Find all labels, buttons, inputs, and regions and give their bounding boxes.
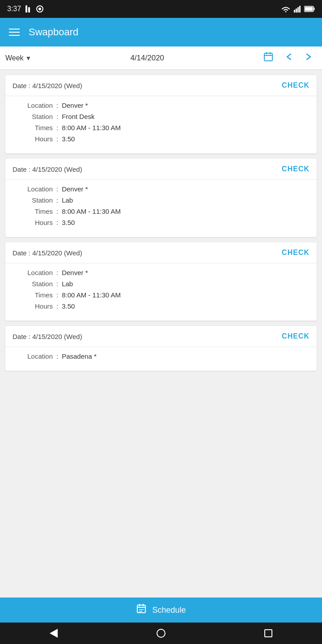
check-button-2[interactable]: CHECK	[282, 165, 309, 173]
location-row-4: Location : Pasadena *	[13, 352, 309, 360]
card-date-2: Date : 4/15/2020 (Wed)	[13, 165, 82, 173]
app-title: Swapboard	[29, 26, 315, 38]
station-row-3: Station : Lab	[13, 280, 309, 288]
next-arrow-icon[interactable]	[301, 51, 317, 66]
bottom-nav-bar[interactable]: Schedule	[0, 597, 322, 623]
location-value-4: Pasadena *	[62, 352, 97, 360]
location-label-1: Location	[13, 102, 53, 109]
station-row-2: Station : Lab	[13, 196, 309, 204]
hours-row-3: Hours : 3.50	[13, 302, 309, 310]
location-row-1: Location : Denver *	[13, 102, 309, 109]
calendar-icon[interactable]	[263, 51, 274, 65]
svg-rect-6	[297, 7, 299, 13]
card-body-3: Location : Denver * Station : Lab Times …	[5, 263, 317, 321]
status-bar: 3:37	[0, 0, 322, 18]
hamburger-line-1	[9, 29, 20, 30]
hours-value-3: 3.50	[62, 302, 75, 310]
times-label-1: Times	[13, 124, 53, 131]
location-value-2: Denver *	[62, 185, 88, 193]
svg-rect-9	[314, 8, 315, 10]
hamburger-line-3	[9, 35, 20, 36]
home-button[interactable]	[148, 624, 174, 642]
hours-value-2: 3.50	[62, 219, 75, 226]
nav-bar: Week ▼ 4/14/2020	[0, 47, 322, 70]
week-label: Week	[5, 54, 24, 62]
svg-rect-7	[299, 6, 301, 13]
recent-icon	[264, 629, 272, 637]
times-value-1: 8:00 AM - 11:30 AM	[62, 124, 121, 131]
svg-rect-11	[264, 53, 272, 61]
signal-bars-icon	[293, 5, 301, 13]
check-button-1[interactable]: CHECK	[282, 81, 309, 89]
times-value-3: 8:00 AM - 11:30 AM	[62, 291, 121, 299]
card-header-2: Date : 4/15/2020 (Wed) CHECK	[5, 159, 317, 180]
circle-icon	[36, 5, 43, 13]
card-date-1: Date : 4/15/2020 (Wed)	[13, 82, 82, 89]
times-value-2: 8:00 AM - 11:30 AM	[62, 208, 121, 215]
shift-card-1: Date : 4/15/2020 (Wed) CHECK Location : …	[5, 75, 317, 153]
content-area: Date : 4/15/2020 (Wed) CHECK Location : …	[0, 70, 322, 644]
station-row-1: Station : Front Desk	[13, 113, 309, 120]
check-button-4[interactable]: CHECK	[282, 332, 309, 340]
sim-icon	[25, 5, 33, 13]
times-sep-2: :	[56, 208, 58, 215]
svg-rect-10	[305, 7, 313, 11]
times-label-3: Times	[13, 291, 53, 299]
week-selector[interactable]: Week ▼	[5, 54, 31, 62]
station-value-3: Lab	[62, 280, 73, 288]
date-display: 4/14/2020	[35, 54, 259, 63]
hours-label-1: Hours	[13, 135, 53, 143]
location-sep-1: :	[56, 102, 58, 109]
location-label-4: Location	[13, 352, 53, 360]
hours-sep-1: :	[56, 135, 58, 143]
times-sep-3: :	[56, 291, 58, 299]
svg-rect-1	[28, 7, 30, 13]
times-row-1: Times : 8:00 AM - 11:30 AM	[13, 124, 309, 131]
station-sep-3: :	[56, 280, 58, 288]
hours-label-2: Hours	[13, 219, 53, 226]
card-header-3: Date : 4/15/2020 (Wed) CHECK	[5, 242, 317, 263]
station-sep-1: :	[56, 113, 58, 120]
recent-button[interactable]	[255, 624, 282, 642]
time-display: 3:37	[7, 5, 21, 13]
battery-icon	[304, 6, 315, 12]
status-bar-time-area: 3:37	[7, 5, 43, 13]
back-button[interactable]	[40, 624, 67, 642]
hours-row-2: Hours : 3.50	[13, 219, 309, 226]
prev-arrow-icon[interactable]	[281, 51, 297, 66]
location-sep-2: :	[56, 185, 58, 193]
hours-row-1: Hours : 3.50	[13, 135, 309, 143]
card-body-4: Location : Pasadena *	[5, 347, 317, 371]
times-row-3: Times : 8:00 AM - 11:30 AM	[13, 291, 309, 299]
hours-value-1: 3.50	[62, 135, 75, 143]
location-row-3: Location : Denver *	[13, 269, 309, 276]
hours-label-3: Hours	[13, 302, 53, 310]
wifi-icon	[281, 5, 291, 13]
status-bar-icons	[281, 5, 315, 13]
hours-sep-3: :	[56, 302, 58, 310]
home-icon	[157, 629, 165, 638]
times-row-2: Times : 8:00 AM - 11:30 AM	[13, 208, 309, 215]
app-header: Swapboard	[0, 18, 322, 47]
android-nav-bar	[0, 623, 322, 644]
location-sep-3: :	[56, 269, 58, 276]
shift-card-2: Date : 4/15/2020 (Wed) CHECK Location : …	[5, 159, 317, 237]
times-sep-1: :	[56, 124, 58, 131]
location-label-3: Location	[13, 269, 53, 276]
location-sep-4: :	[56, 352, 58, 360]
check-button-3[interactable]: CHECK	[282, 249, 309, 257]
station-sep-2: :	[56, 196, 58, 204]
hamburger-line-2	[9, 32, 20, 33]
shift-card-3: Date : 4/15/2020 (Wed) CHECK Location : …	[5, 242, 317, 321]
station-value-1: Front Desk	[62, 113, 94, 120]
station-label-1: Station	[13, 113, 53, 120]
station-label-2: Station	[13, 196, 53, 204]
menu-button[interactable]	[7, 27, 21, 38]
back-icon	[50, 629, 58, 638]
card-body-2: Location : Denver * Station : Lab Times …	[5, 180, 317, 237]
station-label-3: Station	[13, 280, 53, 288]
shift-card-4: Date : 4/15/2020 (Wed) CHECK Location : …	[5, 326, 317, 371]
svg-rect-0	[25, 5, 27, 13]
svg-rect-4	[294, 10, 295, 13]
card-header-1: Date : 4/15/2020 (Wed) CHECK	[5, 75, 317, 96]
